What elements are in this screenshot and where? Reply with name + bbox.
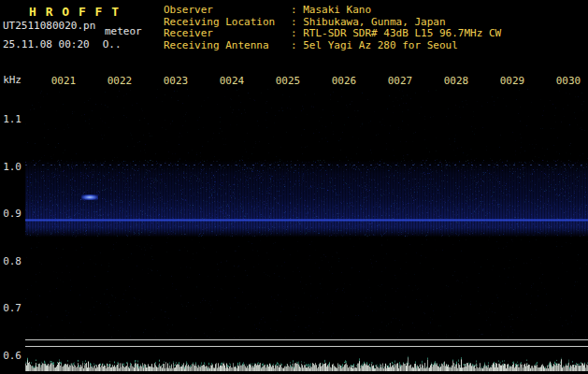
date-time-line: 25.11.08 00:20O.. <box>3 38 122 50</box>
info-value: : 5el Yagi Az 280 for Seoul <box>291 40 458 52</box>
hrofft-screen: H R O F F T UT2511080020.pn meteor 25.11… <box>0 0 588 374</box>
freq-tick-label: 0.8 <box>0 255 22 267</box>
freq-axis-unit: kHz <box>0 74 22 86</box>
info-label: Receiving Antenna <box>164 40 291 52</box>
echo-counter: O.. <box>103 38 122 50</box>
station-info: Observer : Masaki Kano Receiving Locatio… <box>164 5 501 51</box>
info-row-antenna: Receiving Antenna : 5el Yagi Az 280 for … <box>164 40 501 52</box>
info-row-observer: Observer : Masaki Kano <box>164 5 501 17</box>
info-value: : RTL-SDR SDR# 43dB L15 96.7MHz CW <box>291 28 501 40</box>
time-tick-label: 0028 <box>440 75 472 87</box>
signal-level-trace <box>25 339 588 374</box>
freq-tick-label: 0.7 <box>0 302 22 314</box>
time-tick-label: 0021 <box>48 75 79 87</box>
spectrogram-speckle <box>25 89 588 339</box>
freq-tick-label: 1.0 <box>0 161 22 173</box>
freq-tick-label: 1.1 <box>0 113 22 125</box>
time-tick-label: 0024 <box>216 75 248 87</box>
info-label: Receiver <box>164 28 291 40</box>
time-tick-label: 0030 <box>552 75 584 87</box>
time-tick-label: 0025 <box>272 75 304 87</box>
info-value: : Masaki Kano <box>291 5 371 17</box>
app-title: H R O F F T <box>29 5 120 19</box>
observation-datetime: 25.11.08 00:20 <box>3 38 90 50</box>
freq-tick-label: 0.9 <box>0 208 22 220</box>
time-tick-label: 0026 <box>328 75 360 87</box>
time-tick-label: 0027 <box>384 75 416 87</box>
info-label: Observer <box>164 5 291 17</box>
time-tick-label: 0023 <box>160 75 192 87</box>
time-tick-label: 0029 <box>496 75 528 87</box>
time-tick-label: 0022 <box>104 75 136 87</box>
signal-level-panel <box>25 339 588 374</box>
meteor-echo <box>81 194 98 200</box>
info-row-receiver: Receiver : RTL-SDR SDR# 43dB L15 96.7MHz… <box>164 28 501 40</box>
spectrogram <box>25 89 588 339</box>
output-filename: UT2511080020.pn <box>3 20 95 32</box>
freq-tick-label: 0.6 <box>0 350 22 362</box>
meteor-overlay-label: meteor <box>105 25 142 37</box>
